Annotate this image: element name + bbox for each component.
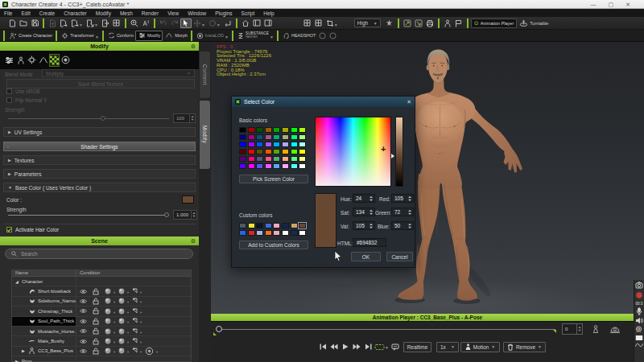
- modify-panel-header[interactable]: Modify ⚙: [0, 42, 199, 51]
- sat-spinbox[interactable]: 134▲▼: [353, 208, 375, 216]
- export-file-icon[interactable]: [58, 19, 69, 28]
- adjust-sliders-icon[interactable]: [4, 54, 14, 67]
- scene-row-name[interactable]: Short blowback: [12, 286, 76, 295]
- basic-color-swatch[interactable]: [291, 134, 298, 140]
- loop-dropdown[interactable]: ▼: [385, 345, 389, 350]
- sculpt-icon[interactable]: [38, 54, 48, 67]
- motion-button[interactable]: Motion▼: [460, 342, 500, 352]
- animation-player-button[interactable]: ⊙Animation Player: [471, 19, 517, 28]
- visibility-eye-icon[interactable]: [80, 319, 87, 324]
- basic-color-swatch[interactable]: [282, 134, 289, 140]
- basic-color-swatch[interactable]: [256, 142, 263, 147]
- green-spinbox[interactable]: 72▲▼: [391, 208, 414, 216]
- maximize-button[interactable]: ▢: [609, 2, 614, 7]
- custom-color-swatch[interactable]: [291, 230, 298, 236]
- scene-row-short-blowback[interactable]: Short blowback▼▼▼: [12, 286, 191, 296]
- render-state-icon[interactable]: [132, 308, 138, 315]
- menu-view[interactable]: View: [167, 10, 179, 16]
- step-forward-icon[interactable]: [351, 343, 362, 350]
- timeline-track[interactable]: [219, 329, 555, 330]
- mode-headshot-button[interactable]: HEADSHOT: [280, 31, 318, 41]
- scene-row-name[interactable]: ◢Character: [12, 277, 76, 286]
- realtime-button[interactable]: Realtime: [403, 342, 431, 352]
- save-blend-texture-button[interactable]: Save Blend Texture: [6, 79, 195, 88]
- basic-color-swatch[interactable]: [299, 149, 306, 154]
- skip-start-icon[interactable]: [317, 343, 328, 350]
- custom-color-swatch[interactable]: [282, 230, 289, 236]
- shadow-ball-icon[interactable]: [118, 338, 125, 344]
- frame-spinbox[interactable]: 0 ▲▼: [562, 323, 583, 335]
- basic-color-swatch[interactable]: [282, 149, 289, 154]
- step-back-icon[interactable]: [328, 343, 340, 350]
- webcam-icon[interactable]: [635, 326, 643, 333]
- mode-instalod-button[interactable]: InstaLOD▼: [194, 31, 230, 41]
- section-uv-settings[interactable]: ▶UV Settings: [3, 127, 196, 137]
- basic-color-swatch[interactable]: [256, 127, 263, 133]
- menu-character[interactable]: Character: [64, 10, 87, 16]
- new-document-icon[interactable]: [6, 19, 18, 28]
- basic-color-swatch[interactable]: [291, 127, 298, 133]
- menu-render[interactable]: Render: [142, 10, 159, 16]
- basic-color-swatch[interactable]: [256, 156, 263, 162]
- scene-panel-gear-icon[interactable]: ⚙: [191, 238, 196, 244]
- basic-color-swatch[interactable]: [291, 149, 298, 154]
- menu-modify[interactable]: Modify: [96, 10, 111, 16]
- render-image-icon[interactable]: [424, 19, 436, 28]
- microphone-icon[interactable]: [636, 307, 642, 315]
- speed-select[interactable]: 1x▼: [436, 342, 459, 352]
- render-state-icon[interactable]: [132, 348, 138, 354]
- scene-panel-header[interactable]: Scene ⚙: [0, 237, 199, 245]
- plugin-circle-b-icon[interactable]: [328, 31, 338, 41]
- remove-button[interactable]: Remove▼: [503, 342, 546, 352]
- comment-bubble-icon[interactable]: [390, 343, 400, 351]
- texture-checker-icon[interactable]: [49, 54, 60, 67]
- loop-start-marker[interactable]: [213, 332, 217, 335]
- basic-color-swatch[interactable]: [239, 163, 246, 169]
- menu-file[interactable]: File: [4, 10, 12, 16]
- menu-create[interactable]: Create: [39, 10, 56, 16]
- val-spinbox[interactable]: 105▲▼: [353, 221, 375, 230]
- goz-icon[interactable]: [100, 19, 111, 28]
- basic-color-swatch[interactable]: [265, 142, 272, 147]
- custom-color-swatch[interactable]: [265, 230, 272, 236]
- shadow-ball-icon[interactable]: [118, 288, 125, 294]
- dock-right-icon[interactable]: [262, 19, 274, 28]
- snapshot-icon-dropdown[interactable]: ▼: [334, 23, 338, 27]
- scene-row-name[interactable]: Mustache_Horse...: [12, 327, 76, 335]
- basic-color-swatch[interactable]: [265, 127, 272, 133]
- basic-color-swatch[interactable]: [299, 127, 306, 133]
- strength2-spin-arrows[interactable]: ▲▼: [191, 211, 196, 219]
- blue-spinbox[interactable]: 50▲▼: [391, 221, 414, 230]
- move-tool-icon-dropdown[interactable]: ▼: [201, 23, 205, 27]
- preview-grid2-icon[interactable]: [313, 19, 324, 28]
- shadow-ball-icon[interactable]: [118, 348, 125, 354]
- link-character-icon[interactable]: [442, 19, 453, 28]
- node-material-icon[interactable]: [60, 54, 71, 67]
- open-project-icon[interactable]: [18, 19, 29, 28]
- hue-sat-gradient-picker[interactable]: [315, 117, 391, 187]
- basic-color-swatch[interactable]: [282, 127, 289, 133]
- flip-normal-checkbox[interactable]: Flip Normal Y: [6, 97, 47, 103]
- calibrate-b-icon[interactable]: [413, 19, 424, 28]
- basic-color-swatch[interactable]: [299, 134, 306, 140]
- scene-row-soul-path-thick[interactable]: Soul_Path_Thick▼▼▼: [12, 317, 191, 327]
- section-shader-settings[interactable]: ›Shader Settings: [3, 142, 196, 151]
- camera-dome-icon[interactable]: [609, 324, 621, 334]
- scene-row-name[interactable]: Chinstrap_Thick: [12, 306, 76, 315]
- shadow-ball-icon[interactable]: [118, 298, 125, 304]
- basic-color-swatch[interactable]: [299, 142, 306, 147]
- dialog-titlebar[interactable]: Select Color ✕: [232, 97, 415, 107]
- basic-color-swatch[interactable]: [248, 149, 255, 154]
- material-ball-icon[interactable]: [105, 298, 111, 304]
- scene-row-name[interactable]: ▶CC3_Base_Plus: [12, 347, 76, 356]
- custom-color-swatch[interactable]: [256, 223, 263, 228]
- render-state-icon[interactable]: [132, 328, 138, 335]
- scene-row-male-bushy[interactable]: Male_Bushy▼▼▼: [12, 336, 191, 346]
- custom-color-swatch[interactable]: [282, 223, 289, 228]
- side-tab-modify[interactable]: Modify: [200, 101, 210, 169]
- ok-button[interactable]: OK: [351, 252, 381, 261]
- redo-icon[interactable]: [169, 19, 180, 28]
- lock-icon[interactable]: [93, 327, 99, 335]
- basic-color-swatch[interactable]: [282, 142, 289, 147]
- basic-color-swatch[interactable]: [265, 134, 272, 140]
